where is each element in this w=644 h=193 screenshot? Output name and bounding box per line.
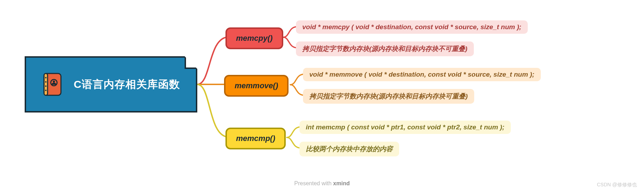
svg-point-7 <box>53 81 55 83</box>
fn-node-memcmp[interactable]: memcmp() <box>225 128 286 149</box>
fn-node-memmove[interactable]: memmove() <box>224 75 289 97</box>
detail-memmove-signature[interactable]: void * memmove ( void * destination, con… <box>303 68 541 81</box>
detail-text: int memcmp ( const void * ptr1, const vo… <box>306 123 504 131</box>
detail-memcpy-signature[interactable]: void * memcpy ( void * destination, cons… <box>296 20 528 34</box>
detail-text: 比较两个内存块中存放的内容 <box>306 145 393 153</box>
svg-point-2 <box>45 77 47 78</box>
detail-memmove-desc[interactable]: 拷贝指定字节数内存块(源内存块和目标内存块可重叠) <box>303 89 474 104</box>
fn-label: memcpy() <box>236 34 273 43</box>
connector-memcpy-details <box>283 25 297 51</box>
svg-point-4 <box>45 85 47 87</box>
fn-label: memmove() <box>235 81 278 90</box>
fn-node-memcpy[interactable]: memcpy() <box>225 27 283 49</box>
connector-memcmp-details <box>287 126 301 151</box>
svg-rect-1 <box>44 73 48 95</box>
notebook-icon <box>42 72 63 97</box>
connector-memmove-details <box>290 73 304 98</box>
fn-label: memcmp() <box>236 134 275 143</box>
detail-memcmp-desc[interactable]: 比较两个内存块中存放的内容 <box>299 142 399 156</box>
detail-memcpy-desc[interactable]: 拷贝指定字节数内存块(源内存块和目标内存块不可重叠) <box>296 41 474 56</box>
detail-memcmp-signature[interactable]: int memcmp ( const void * ptr1, const vo… <box>299 121 511 134</box>
footer: Presented with xmind <box>0 180 644 187</box>
root-node[interactable]: C语言内存相关库函数 <box>25 56 197 112</box>
detail-text: void * memcpy ( void * destination, cons… <box>302 23 521 31</box>
footer-brand: xmind <box>333 180 350 186</box>
footer-prefix: Presented with <box>294 180 333 186</box>
svg-point-3 <box>45 81 47 83</box>
detail-text: 拷贝指定字节数内存块(源内存块和目标内存块不可重叠) <box>302 45 467 52</box>
mindmap-canvas: C语言内存相关库函数 memcpy() void * memcpy ( void… <box>0 0 644 193</box>
connector-root-memmove <box>197 82 225 89</box>
watermark: CSDN @修修修也 <box>597 182 637 188</box>
svg-point-5 <box>45 90 47 91</box>
root-title: C语言内存相关库函数 <box>74 77 180 92</box>
detail-text: void * memmove ( void * destination, con… <box>309 71 534 78</box>
detail-text: 拷贝指定字节数内存块(源内存块和目标内存块可重叠) <box>309 92 468 100</box>
